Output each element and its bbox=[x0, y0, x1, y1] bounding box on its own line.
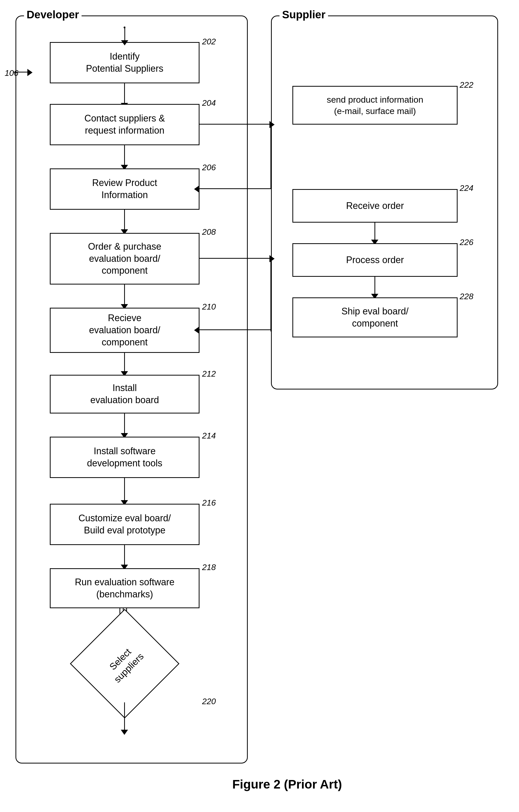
arrow-214-216-line bbox=[124, 478, 125, 504]
box-212: Installevaluation board bbox=[50, 375, 199, 413]
box-228: Ship eval board/component bbox=[293, 297, 458, 338]
arrow-220-down-head bbox=[121, 730, 128, 735]
ref-228: 228 bbox=[460, 292, 473, 301]
ref-216: 216 bbox=[202, 498, 216, 508]
box-204: Contact suppliers &request information bbox=[50, 104, 199, 145]
box-206: Review ProductInformation bbox=[50, 168, 199, 210]
figure-caption: Figure 2 (Prior Art) bbox=[232, 777, 342, 791]
connector-228-210-head bbox=[194, 326, 199, 334]
ref-202: 202 bbox=[202, 37, 216, 47]
ref-214: 214 bbox=[202, 431, 216, 441]
arrow-202-204-line bbox=[124, 83, 125, 104]
ref-204: 204 bbox=[202, 98, 216, 108]
ref-208: 208 bbox=[202, 227, 216, 237]
ref-212: 212 bbox=[202, 369, 216, 379]
connector-228-210-vert-right bbox=[271, 258, 271, 331]
developer-section: Developer Identify Potential Suppliers 2… bbox=[16, 16, 248, 763]
box-214: Install softwaredevelopment tools bbox=[50, 437, 199, 478]
connector-222-206-vert bbox=[271, 124, 271, 189]
ref-210: 210 bbox=[202, 302, 216, 312]
connector-208-224-head bbox=[269, 255, 275, 262]
box-216: Customize eval board/Build eval prototyp… bbox=[50, 504, 199, 545]
connector-222-206-head bbox=[194, 185, 199, 193]
diamond-220: Selectsuppliers bbox=[50, 625, 199, 702]
ref-226: 226 bbox=[460, 238, 473, 247]
supplier-label: Supplier bbox=[279, 8, 328, 21]
connector-208-224-line bbox=[199, 258, 271, 259]
box-224: Receive order bbox=[293, 189, 458, 223]
box-210: Recieveevaluation board/component bbox=[50, 308, 199, 353]
box-202: Identify Potential Suppliers bbox=[50, 42, 199, 83]
arrow-220-down-line bbox=[124, 702, 125, 733]
box-218: Run evaluation software(benchmarks) bbox=[50, 568, 199, 608]
diagram-container: 106 Developer Identify Potential Supplie… bbox=[0, 0, 519, 812]
top-entry-head bbox=[121, 40, 128, 46]
box-222: send product information(e-mail, surface… bbox=[293, 86, 458, 124]
ref-206: 206 bbox=[202, 163, 216, 172]
ref-220: 220 bbox=[202, 697, 216, 706]
ref-224: 224 bbox=[460, 183, 473, 193]
connector-204-222-head bbox=[269, 121, 275, 128]
connector-204-222-line bbox=[199, 124, 271, 124]
top-entry-line bbox=[125, 27, 125, 42]
ref-218: 218 bbox=[202, 562, 216, 572]
supplier-section: Supplier send product information(e-mail… bbox=[271, 16, 498, 389]
box-226: Process order bbox=[293, 243, 458, 277]
box-208: Order & purchaseevaluation board/compone… bbox=[50, 233, 199, 285]
ref-222: 222 bbox=[460, 80, 473, 90]
connector-222-206-line bbox=[199, 188, 271, 189]
connector-228-210-horiz bbox=[199, 329, 271, 330]
developer-label: Developer bbox=[24, 8, 82, 21]
